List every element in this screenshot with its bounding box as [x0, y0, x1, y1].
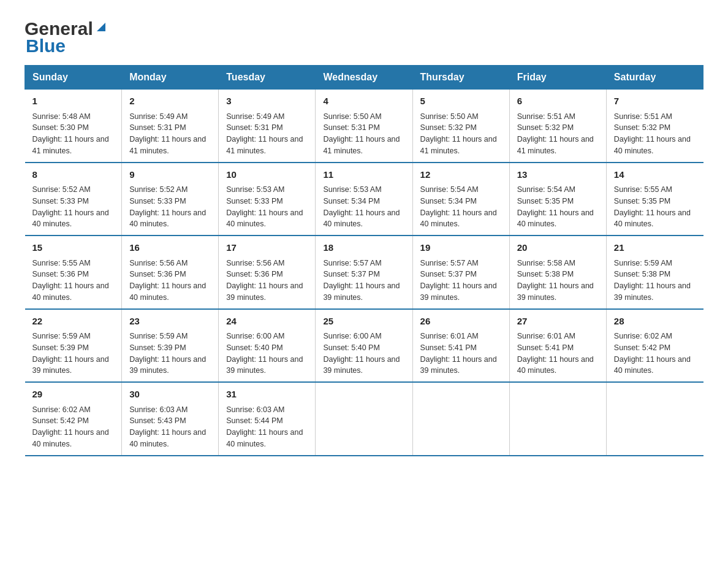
calendar-cell: 3 Sunrise: 5:49 AM Sunset: 5:31 PM Dayli…: [219, 90, 316, 163]
calendar-cell: 16 Sunrise: 5:56 AM Sunset: 5:36 PM Dayl…: [122, 236, 219, 309]
header-saturday: Saturday: [606, 66, 703, 90]
day-number: 26: [420, 315, 502, 329]
day-daylight: Daylight: 11 hours and 39 minutes.: [323, 280, 404, 304]
day-number: 7: [614, 94, 696, 109]
day-number: 16: [129, 241, 211, 255]
day-sunrise: Sunrise: 6:01 AM: [517, 331, 599, 342]
day-daylight: Daylight: 11 hours and 40 minutes.: [517, 207, 599, 231]
day-daylight: Daylight: 11 hours and 39 minutes.: [420, 354, 502, 377]
day-sunset: Sunset: 5:42 PM: [614, 342, 696, 354]
day-sunset: Sunset: 5:36 PM: [32, 269, 115, 280]
day-sunset: Sunset: 5:32 PM: [517, 122, 599, 134]
day-sunset: Sunset: 5:41 PM: [420, 342, 502, 354]
calendar-cell: 21 Sunrise: 5:59 AM Sunset: 5:38 PM Dayl…: [606, 236, 703, 309]
header-monday: Monday: [122, 66, 219, 90]
day-daylight: Daylight: 11 hours and 40 minutes.: [32, 427, 115, 450]
day-number: 6: [517, 94, 599, 109]
day-sunset: Sunset: 5:31 PM: [129, 122, 211, 134]
day-daylight: Daylight: 11 hours and 40 minutes.: [323, 207, 404, 231]
day-sunset: Sunset: 5:32 PM: [614, 122, 696, 134]
day-sunrise: Sunrise: 5:54 AM: [517, 184, 599, 196]
day-number: 9: [129, 168, 211, 182]
calendar-cell: 13 Sunrise: 5:54 AM Sunset: 5:35 PM Dayl…: [509, 163, 606, 236]
header-wednesday: Wednesday: [316, 66, 412, 90]
day-sunrise: Sunrise: 5:57 AM: [420, 258, 502, 269]
calendar-cell: 17 Sunrise: 5:56 AM Sunset: 5:36 PM Dayl…: [219, 236, 316, 309]
day-sunrise: Sunrise: 5:52 AM: [32, 184, 115, 196]
day-sunrise: Sunrise: 5:50 AM: [323, 111, 404, 123]
day-sunset: Sunset: 5:30 PM: [32, 122, 115, 134]
calendar-cell: 10 Sunrise: 5:53 AM Sunset: 5:33 PM Dayl…: [219, 163, 316, 236]
calendar-cell: 22 Sunrise: 5:59 AM Sunset: 5:39 PM Dayl…: [25, 309, 122, 383]
day-sunrise: Sunrise: 6:01 AM: [420, 331, 502, 342]
calendar-cell: 31 Sunrise: 6:03 AM Sunset: 5:44 PM Dayl…: [219, 382, 316, 456]
day-daylight: Daylight: 11 hours and 40 minutes.: [129, 280, 211, 304]
day-daylight: Daylight: 11 hours and 40 minutes.: [32, 207, 115, 231]
day-daylight: Daylight: 11 hours and 39 minutes.: [420, 280, 502, 304]
calendar-cell: 27 Sunrise: 6:01 AM Sunset: 5:41 PM Dayl…: [509, 309, 606, 383]
calendar-cell: [316, 382, 412, 456]
day-sunrise: Sunrise: 5:56 AM: [129, 258, 211, 269]
day-number: 25: [323, 315, 404, 329]
day-number: 18: [323, 241, 404, 255]
day-number: 31: [226, 388, 308, 402]
day-sunrise: Sunrise: 5:52 AM: [129, 184, 211, 196]
day-daylight: Daylight: 11 hours and 41 minutes.: [32, 134, 115, 157]
day-number: 11: [323, 168, 404, 182]
day-number: 23: [129, 315, 211, 329]
day-sunset: Sunset: 5:42 PM: [32, 415, 115, 427]
logo: General Blue: [25, 18, 108, 56]
day-number: 8: [32, 168, 115, 182]
day-sunrise: Sunrise: 6:03 AM: [226, 404, 308, 416]
day-sunrise: Sunrise: 5:51 AM: [614, 111, 696, 123]
day-sunset: Sunset: 5:40 PM: [226, 342, 308, 354]
calendar-cell: 2 Sunrise: 5:49 AM Sunset: 5:31 PM Dayli…: [122, 90, 219, 163]
day-daylight: Daylight: 11 hours and 39 minutes.: [614, 280, 696, 304]
day-daylight: Daylight: 11 hours and 39 minutes.: [323, 354, 404, 377]
day-sunrise: Sunrise: 5:56 AM: [226, 258, 308, 269]
day-daylight: Daylight: 11 hours and 40 minutes.: [420, 207, 502, 231]
day-sunrise: Sunrise: 6:03 AM: [129, 404, 211, 416]
calendar-cell: [606, 382, 703, 456]
calendar-cell: 26 Sunrise: 6:01 AM Sunset: 5:41 PM Dayl…: [412, 309, 509, 383]
day-sunset: Sunset: 5:36 PM: [226, 269, 308, 280]
week-row-3: 15 Sunrise: 5:55 AM Sunset: 5:36 PM Dayl…: [25, 236, 703, 309]
day-sunrise: Sunrise: 5:53 AM: [323, 184, 404, 196]
page-header: General Blue: [25, 18, 703, 56]
day-sunrise: Sunrise: 6:02 AM: [32, 404, 115, 416]
day-sunset: Sunset: 5:34 PM: [323, 196, 404, 207]
week-row-5: 29 Sunrise: 6:02 AM Sunset: 5:42 PM Dayl…: [25, 382, 703, 456]
calendar-cell: 5 Sunrise: 5:50 AM Sunset: 5:32 PM Dayli…: [412, 90, 509, 163]
day-number: 14: [614, 168, 696, 182]
day-sunrise: Sunrise: 6:00 AM: [323, 331, 404, 342]
day-number: 10: [226, 168, 308, 182]
day-daylight: Daylight: 11 hours and 39 minutes.: [226, 280, 308, 304]
calendar-cell: 29 Sunrise: 6:02 AM Sunset: 5:42 PM Dayl…: [25, 382, 122, 456]
day-daylight: Daylight: 11 hours and 39 minutes.: [32, 354, 115, 377]
header-thursday: Thursday: [412, 66, 509, 90]
calendar-cell: 30 Sunrise: 6:03 AM Sunset: 5:43 PM Dayl…: [122, 382, 219, 456]
calendar-cell: 23 Sunrise: 5:59 AM Sunset: 5:39 PM Dayl…: [122, 309, 219, 383]
day-sunrise: Sunrise: 5:59 AM: [32, 331, 115, 342]
day-sunrise: Sunrise: 5:58 AM: [517, 258, 599, 269]
calendar-cell: 9 Sunrise: 5:52 AM Sunset: 5:33 PM Dayli…: [122, 163, 219, 236]
day-daylight: Daylight: 11 hours and 40 minutes.: [614, 207, 696, 231]
day-sunrise: Sunrise: 5:51 AM: [517, 111, 599, 123]
day-daylight: Daylight: 11 hours and 41 minutes.: [226, 134, 308, 157]
logo-blue-text: Blue: [26, 36, 66, 56]
day-number: 28: [614, 315, 696, 329]
calendar-cell: [509, 382, 606, 456]
day-sunrise: Sunrise: 5:48 AM: [32, 111, 115, 123]
day-sunrise: Sunrise: 5:57 AM: [323, 258, 404, 269]
day-number: 12: [420, 168, 502, 182]
calendar-cell: [412, 382, 509, 456]
day-daylight: Daylight: 11 hours and 40 minutes.: [129, 207, 211, 231]
day-number: 30: [129, 388, 211, 402]
day-sunrise: Sunrise: 6:02 AM: [614, 331, 696, 342]
day-number: 5: [420, 94, 502, 109]
day-sunset: Sunset: 5:39 PM: [129, 342, 211, 354]
svg-marker-0: [97, 23, 105, 31]
day-daylight: Daylight: 11 hours and 41 minutes.: [517, 134, 599, 157]
day-number: 24: [226, 315, 308, 329]
day-sunset: Sunset: 5:36 PM: [129, 269, 211, 280]
